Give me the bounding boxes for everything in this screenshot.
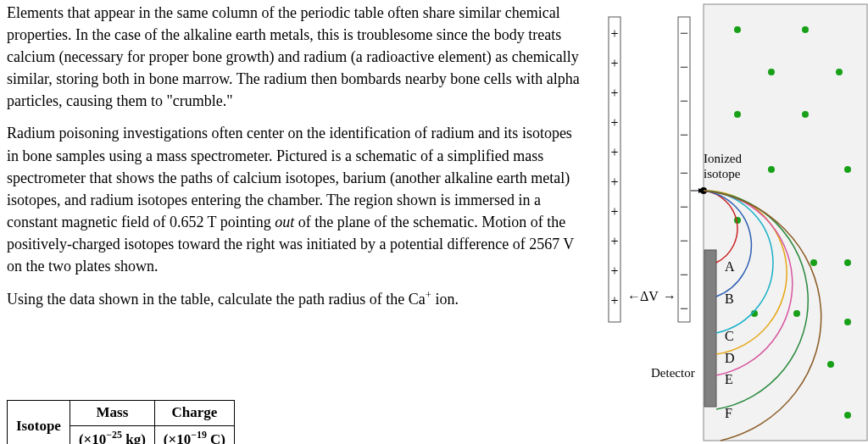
svg-text:+: + <box>610 264 618 278</box>
header-isotope: Isotope <box>8 401 70 445</box>
table-row: Isotope Mass Charge <box>8 401 235 426</box>
svg-point-1 <box>802 26 809 33</box>
svg-text:isotope: isotope <box>704 167 741 180</box>
svg-text:−: − <box>680 126 688 143</box>
svg-point-0 <box>734 26 741 33</box>
svg-point-10 <box>844 259 851 266</box>
svg-text:+: + <box>610 234 618 248</box>
paragraph-2: Radium poisoning investigations often ce… <box>7 122 583 277</box>
svg-text:+: + <box>610 56 618 70</box>
delta-v-label: ← ΔV → <box>627 289 676 303</box>
svg-text:F: F <box>725 406 732 420</box>
svg-point-6 <box>768 166 775 173</box>
svg-text:+: + <box>610 26 618 41</box>
svg-text:−: − <box>680 232 688 249</box>
problem-text: Elements that appear in the same column … <box>7 2 583 320</box>
header-mass: Mass <box>70 401 154 426</box>
paragraph-1: Elements that appear in the same column … <box>7 2 583 112</box>
svg-point-5 <box>802 111 809 118</box>
svg-point-13 <box>844 319 851 325</box>
svg-text:+: + <box>610 145 618 159</box>
svg-text:→: → <box>663 289 676 303</box>
svg-point-15 <box>844 412 851 419</box>
header-mass-unit: (×10−25 kg) <box>70 425 154 444</box>
paragraph-3a: Using the data shown in the table, calcu… <box>7 291 426 308</box>
italic-out: out <box>275 214 294 230</box>
svg-text:C: C <box>725 329 734 343</box>
svg-point-14 <box>827 361 834 368</box>
isotope-table: Isotope Mass Charge (×10−25 kg) (×10−19 … <box>7 400 235 444</box>
svg-text:D: D <box>725 351 735 365</box>
svg-point-4 <box>734 111 741 118</box>
paragraph-3: Using the data shown in the table, calcu… <box>7 287 583 310</box>
svg-text:−: − <box>680 25 688 42</box>
svg-text:+: + <box>610 293 618 308</box>
svg-text:+: + <box>610 204 618 219</box>
detector-bar <box>704 250 716 407</box>
svg-text:+: + <box>610 175 618 189</box>
svg-text:E: E <box>725 372 733 386</box>
svg-text:Ionized: Ionized <box>704 152 742 165</box>
svg-text:A: A <box>725 259 735 274</box>
svg-text:+: + <box>610 86 618 100</box>
svg-text:B: B <box>725 291 734 306</box>
diagram-svg: + + + + + + + + + + − − − − − − − − − ← … <box>593 0 868 444</box>
ca-plus-superscript: + <box>426 289 431 301</box>
svg-text:−: − <box>680 198 688 215</box>
svg-text:−: − <box>680 164 688 181</box>
svg-text:←: ← <box>627 289 641 303</box>
svg-text:+: + <box>610 115 618 130</box>
svg-point-12 <box>793 310 800 317</box>
svg-point-9 <box>810 259 817 266</box>
svg-text:ΔV: ΔV <box>640 289 659 303</box>
detector-label: Detector <box>651 366 695 380</box>
svg-text:−: − <box>680 58 688 75</box>
svg-point-2 <box>768 69 775 75</box>
svg-text:−: − <box>680 92 688 109</box>
svg-point-7 <box>844 166 851 173</box>
header-charge-unit: (×10−19 C) <box>154 425 234 444</box>
svg-text:−: − <box>680 266 688 283</box>
paragraph-3b: ion. <box>431 291 459 308</box>
svg-point-3 <box>836 69 843 75</box>
minus-marks: − − − − − − − − − <box>680 25 688 317</box>
mass-spectrometer-diagram: + + + + + + + + + + − − − − − − − − − ← … <box>593 0 868 441</box>
header-charge: Charge <box>154 401 234 426</box>
svg-text:−: − <box>680 300 688 317</box>
